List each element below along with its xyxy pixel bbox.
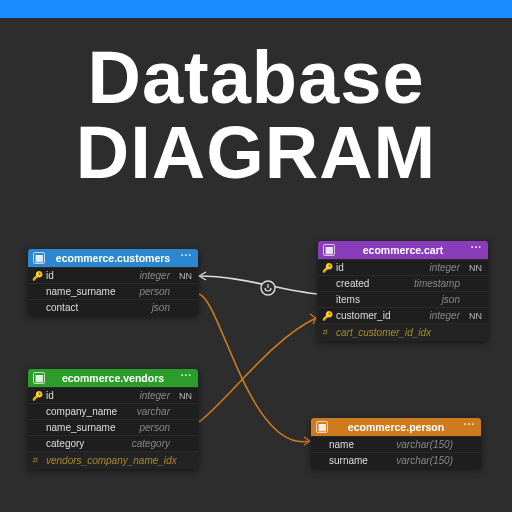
column-type: integer: [429, 262, 464, 273]
column-nn: NN: [174, 391, 192, 401]
column-name: company_name: [46, 406, 137, 417]
top-bar: [0, 0, 512, 18]
table-header-cart[interactable]: ▦ ecommerce.cart ···: [318, 241, 488, 259]
table-icon: ▦: [33, 252, 45, 264]
title-line-2: DIAGRAM: [0, 115, 512, 190]
table-title: ecommerce.person: [348, 421, 444, 433]
table-icon: ▦: [316, 421, 328, 433]
column-type: varchar(150): [396, 439, 457, 450]
table-title: ecommerce.cart: [363, 244, 444, 256]
table-icon: ▦: [33, 372, 45, 384]
column-row[interactable]: category category: [28, 435, 198, 451]
table-customers[interactable]: ▦ ecommerce.customers ··· 🔑 id integer N…: [28, 249, 198, 315]
column-type: json: [152, 302, 174, 313]
column-type: person: [139, 422, 174, 433]
svg-point-0: [261, 281, 275, 295]
table-header-customers[interactable]: ▦ ecommerce.customers ···: [28, 249, 198, 267]
column-type: timestamp: [414, 278, 464, 289]
column-nn: NN: [174, 271, 192, 281]
column-name: category: [46, 438, 132, 449]
index-name: vendors_company_name_idx: [46, 455, 177, 466]
column-type: varchar: [137, 406, 174, 417]
column-type: integer: [429, 310, 464, 321]
index-row[interactable]: ⌗ vendors_company_name_idx: [28, 451, 198, 469]
column-name: id: [336, 262, 429, 273]
column-name: name_surname: [46, 286, 139, 297]
column-type: category: [132, 438, 174, 449]
dots-icon[interactable]: ···: [464, 419, 475, 430]
column-name: id: [46, 390, 139, 401]
column-type: integer: [139, 390, 174, 401]
table-header-vendors[interactable]: ▦ ecommerce.vendors ···: [28, 369, 198, 387]
table-title: ecommerce.vendors: [62, 372, 164, 384]
dots-icon[interactable]: ···: [181, 250, 192, 261]
column-name: created: [336, 278, 414, 289]
column-nn: NN: [464, 263, 482, 273]
fk-icon: 🔑: [322, 311, 336, 321]
index-icon: ⌗: [322, 327, 336, 338]
column-row[interactable]: name_surname person: [28, 283, 198, 299]
column-name: name_surname: [46, 422, 139, 433]
column-nn: NN: [464, 311, 482, 321]
title-line-1: Database: [0, 40, 512, 115]
dots-icon[interactable]: ···: [181, 370, 192, 381]
table-vendors[interactable]: ▦ ecommerce.vendors ··· 🔑 id integer NN …: [28, 369, 198, 469]
column-type: person: [139, 286, 174, 297]
column-row[interactable]: surname varchar(150): [311, 452, 481, 468]
column-row[interactable]: 🔑 id integer NN: [318, 259, 488, 275]
column-name: id: [46, 270, 139, 281]
column-row[interactable]: contact json: [28, 299, 198, 315]
column-row[interactable]: items json: [318, 291, 488, 307]
index-row[interactable]: ⌗ cart_customer_id_idx: [318, 323, 488, 341]
column-type: json: [442, 294, 464, 305]
column-name: items: [336, 294, 442, 305]
title-block: Database DIAGRAM: [0, 18, 512, 205]
column-row[interactable]: created timestamp: [318, 275, 488, 291]
table-title: ecommerce.customers: [56, 252, 170, 264]
table-header-person[interactable]: ▦ ecommerce.person ···: [311, 418, 481, 436]
pk-icon: 🔑: [32, 391, 46, 401]
column-row[interactable]: name_surname person: [28, 419, 198, 435]
table-cart[interactable]: ▦ ecommerce.cart ··· 🔑 id integer NN cre…: [318, 241, 488, 341]
column-row[interactable]: company_name varchar: [28, 403, 198, 419]
pk-icon: 🔑: [322, 263, 336, 273]
dots-icon[interactable]: ···: [471, 242, 482, 253]
column-name: contact: [46, 302, 152, 313]
column-type: integer: [139, 270, 174, 281]
column-type: varchar(150): [396, 455, 457, 466]
column-row[interactable]: 🔑 id integer NN: [28, 267, 198, 283]
column-row[interactable]: 🔑 id integer NN: [28, 387, 198, 403]
column-name: name: [329, 439, 396, 450]
column-row[interactable]: name varchar(150): [311, 436, 481, 452]
column-name: surname: [329, 455, 396, 466]
index-icon: ⌗: [32, 455, 46, 466]
table-icon: ▦: [323, 244, 335, 256]
table-person[interactable]: ▦ ecommerce.person ··· name varchar(150)…: [311, 418, 481, 468]
index-name: cart_customer_id_idx: [336, 327, 431, 338]
pk-icon: 🔑: [32, 271, 46, 281]
column-row[interactable]: 🔑 customer_id integer NN: [318, 307, 488, 323]
column-name: customer_id: [336, 310, 429, 321]
